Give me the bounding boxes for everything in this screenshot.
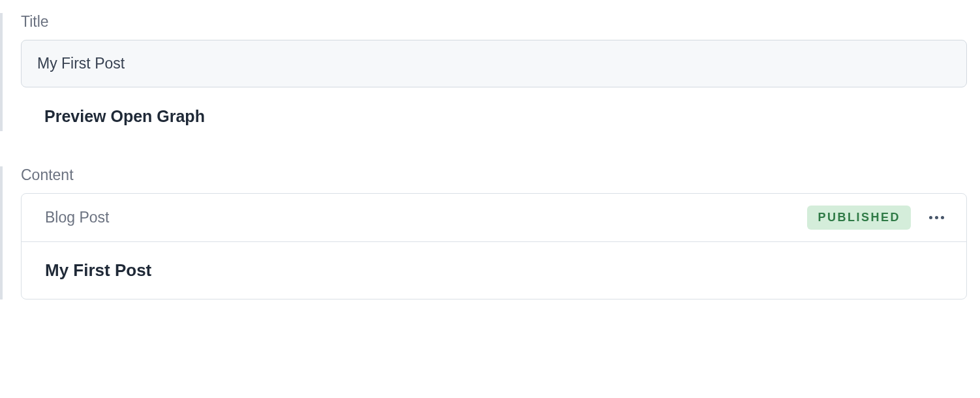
header-right: PUBLISHED xyxy=(807,206,947,230)
more-icon xyxy=(929,216,932,219)
content-section: Content Blog Post PUBLISHED My First Pos… xyxy=(0,166,967,299)
preview-open-graph-heading: Preview Open Graph xyxy=(21,107,967,131)
title-section: Title Preview Open Graph xyxy=(0,13,967,131)
content-card-body: My First Post xyxy=(22,242,966,299)
more-icon xyxy=(941,216,944,219)
content-title: My First Post xyxy=(45,260,943,281)
content-type-label: Blog Post xyxy=(45,209,109,226)
content-card: Blog Post PUBLISHED My First Post xyxy=(21,193,967,299)
more-options-button[interactable] xyxy=(926,213,947,222)
status-badge: PUBLISHED xyxy=(807,206,911,230)
content-card-header: Blog Post PUBLISHED xyxy=(22,194,966,242)
title-label: Title xyxy=(21,13,967,31)
more-icon xyxy=(935,216,938,219)
title-input[interactable] xyxy=(21,40,967,87)
content-label: Content xyxy=(21,166,967,184)
